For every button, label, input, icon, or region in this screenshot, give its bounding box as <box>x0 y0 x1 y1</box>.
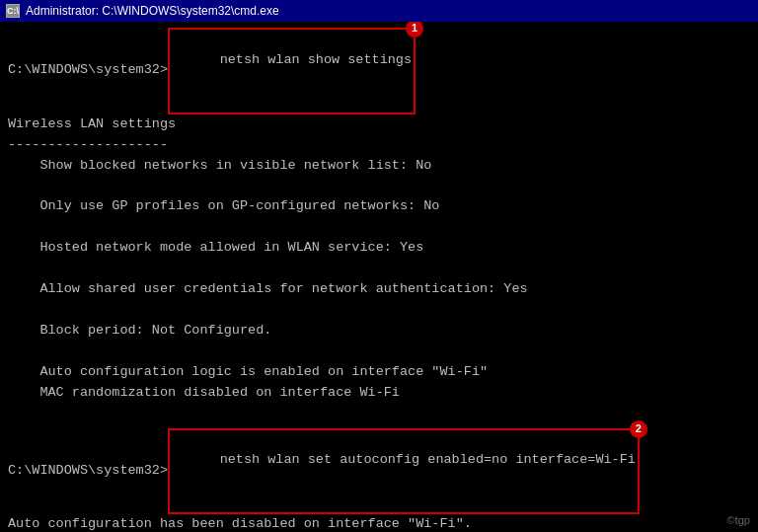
content-line-9: Block period: Not Configured. <box>8 321 750 342</box>
spacer-1 <box>8 176 750 196</box>
badge-2: 2 <box>630 420 647 438</box>
prompt-line-2: C:\WINDOWS\system32> netsh wlan set auto… <box>8 428 750 515</box>
spacer-2 <box>8 217 750 238</box>
content-line-1: Show blocked networks in visible network… <box>8 156 750 177</box>
content-line-7: Allow shared user credentials for networ… <box>8 279 750 300</box>
command-1-highlight: netsh wlan show settings 1 <box>168 28 416 114</box>
title-bar: C:\ Administrator: C:\WINDOWS\system32\c… <box>0 0 758 22</box>
badge-1: 1 <box>406 22 423 38</box>
content-line-5: Hosted network mode allowed in WLAN serv… <box>8 238 750 259</box>
cmd-area: C:\WINDOWS\system32> netsh wlan show set… <box>0 22 758 532</box>
content-line-3: Only use GP profiles on GP-configured ne… <box>8 196 750 217</box>
separator: -------------------- <box>8 135 750 156</box>
spacer-3 <box>8 259 750 279</box>
content-line-12: MAC randomization disabled on interface … <box>8 383 750 404</box>
prompt-2: C:\WINDOWS\system32> <box>8 461 168 482</box>
section-title: Wireless LAN settings <box>8 114 750 135</box>
command-2-highlight: netsh wlan set autoconfig enabled=no int… <box>168 428 640 515</box>
watermark: ©tgp <box>727 514 750 526</box>
title-bar-text: Administrator: C:\WINDOWS\system32\cmd.e… <box>26 4 279 18</box>
spacer-4 <box>8 300 750 321</box>
prompt-1: C:\WINDOWS\system32> <box>8 60 168 81</box>
title-bar-icon: C:\ <box>6 4 20 18</box>
result-line: Auto configuration has been disabled on … <box>8 514 750 532</box>
spacer-5 <box>8 342 750 362</box>
command-2-text: netsh wlan set autoconfig enabled=no int… <box>220 452 636 467</box>
command-1-text: netsh wlan show settings <box>220 52 412 67</box>
content-line-11: Auto configuration logic is enabled on i… <box>8 362 750 383</box>
prompt-line-1: C:\WINDOWS\system32> netsh wlan show set… <box>8 28 750 114</box>
